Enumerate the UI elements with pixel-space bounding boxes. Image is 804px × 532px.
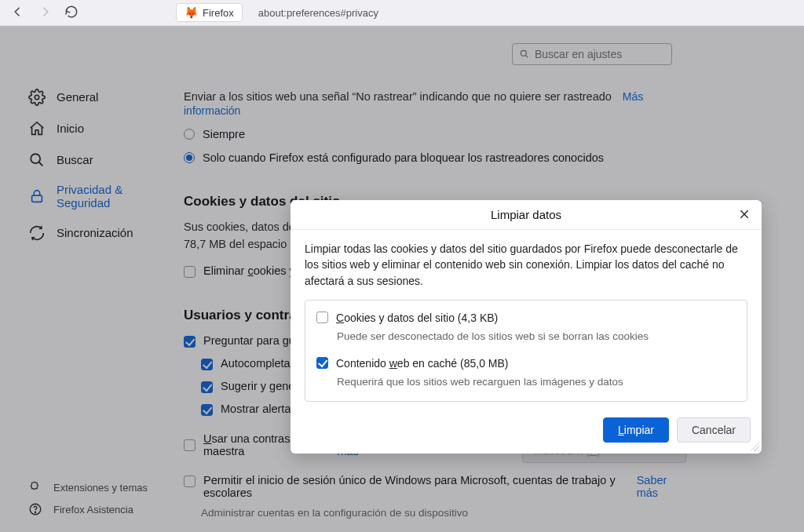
clear-cache-sublabel: Requerirá que los sitios web recarguen l… (337, 374, 736, 390)
clear-cookies-sublabel: Puede ser desconectado de los sitios web… (337, 329, 736, 344)
checkbox-label: Cookies y datos del sitio (4,3 KB) (336, 310, 498, 326)
clear-button[interactable]: Limpiar (603, 417, 669, 443)
cancel-button[interactable]: Cancelar (677, 417, 751, 443)
urlbar-identity: Firefox (203, 7, 234, 19)
checkbox-label: Contenido web en caché (85,0 MB) (336, 355, 508, 371)
dialog-title: Limpiar datos (291, 200, 762, 230)
clear-data-dialog: Limpiar datos Limpiar todas las cookies … (291, 200, 762, 454)
forward-icon[interactable] (38, 5, 52, 21)
dialog-options-box: Cookies y datos del sitio (4,3 KB) Puede… (305, 300, 747, 402)
dialog-description: Limpiar todas las cookies y datos del si… (305, 241, 747, 289)
resize-handle-icon[interactable] (750, 442, 759, 451)
checkbox-icon (316, 357, 328, 369)
browser-toolbar: 🦊 Firefox about:preferences#privacy (0, 0, 804, 26)
url-bar[interactable]: 🦊 Firefox (176, 3, 243, 22)
urlbar-path: about:preferences#privacy (258, 7, 378, 19)
refresh-icon[interactable] (64, 5, 79, 21)
back-icon[interactable] (11, 5, 25, 21)
clear-cookies-checkbox[interactable]: Cookies y datos del sitio (4,3 KB) (316, 310, 736, 326)
clear-cache-checkbox[interactable]: Contenido web en caché (85,0 MB) (316, 355, 736, 371)
checkbox-icon (316, 312, 328, 323)
close-icon[interactable] (738, 208, 751, 220)
firefox-icon: 🦊 (185, 6, 198, 19)
